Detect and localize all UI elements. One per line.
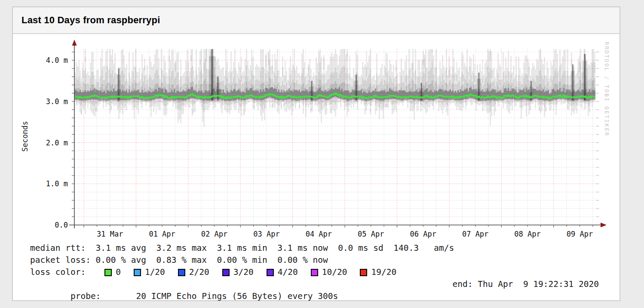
svg-text:4.0 m: 4.0 m	[46, 56, 68, 65]
loss-swatch	[311, 269, 318, 276]
svg-text:08 Apr: 08 Apr	[514, 230, 540, 238]
loss-swatch	[267, 269, 274, 276]
probe-line: probe: 20 ICMP Echo Pings (56 Bytes) eve…	[30, 278, 602, 290]
loss-swatch-label: 1/20	[145, 266, 165, 278]
svg-text:05 Apr: 05 Apr	[358, 230, 384, 238]
loss-legend-pair: 2/20	[178, 266, 209, 278]
loss-color-label: loss color:	[30, 266, 86, 278]
loss-swatch-label: 2/20	[189, 266, 209, 278]
loss-legend-pair: 3/20	[222, 266, 254, 278]
svg-text:09 Apr: 09 Apr	[567, 230, 593, 238]
svg-text:0.0: 0.0	[55, 221, 68, 229]
svg-text:2.0 m: 2.0 m	[46, 139, 68, 147]
svg-text:02 Apr: 02 Apr	[201, 230, 227, 238]
svg-text:06 Apr: 06 Apr	[410, 230, 436, 238]
svg-text:3.0 m: 3.0 m	[46, 97, 68, 106]
loss-color-row: loss color: 01/202/203/204/2010/2019/20	[30, 266, 602, 278]
end-timestamp: end: Thu Apr 9 19:22:31 2020	[453, 278, 599, 290]
probe-text: probe: 20 ICMP Echo Pings (56 Bytes) eve…	[71, 291, 338, 301]
loss-swatch-label: 10/20	[322, 266, 347, 278]
svg-text:Seconds: Seconds	[21, 121, 29, 152]
loss-swatch-label: 4/20	[278, 266, 298, 278]
stats-block: median rtt: 3.1 ms avg 3.2 ms max 3.1 ms…	[30, 242, 602, 290]
panel-header: Last 10 Days from raspberrypi	[13, 7, 619, 34]
svg-text:04 Apr: 04 Apr	[306, 230, 332, 238]
graph-panel: Last 10 Days from raspberrypi 4.0 m3.0 m…	[12, 6, 620, 301]
loss-swatch	[222, 269, 230, 276]
loss-legend-pair: 1/20	[134, 266, 165, 278]
loss-swatch	[134, 269, 141, 276]
packet-loss-line: packet loss: 0.00 % avg 0.83 % max 0.00 …	[30, 254, 602, 266]
loss-swatch	[104, 269, 112, 276]
page-title: Last 10 Days from raspberrypi	[21, 15, 160, 26]
loss-legend-pair: 10/20	[311, 266, 347, 278]
loss-swatch	[360, 269, 367, 276]
watermark-text: RRDTOOL / TOBI OETIKER	[604, 42, 610, 184]
loss-legend-pair: 0	[104, 266, 121, 278]
svg-text:07 Apr: 07 Apr	[462, 230, 488, 238]
chart-wrap: 4.0 m3.0 m2.0 m1.0 m0.031 Mar01 Apr02 Ap…	[13, 34, 621, 249]
svg-text:31 Mar: 31 Mar	[97, 230, 123, 238]
loss-legend-pair: 4/20	[267, 266, 298, 278]
loss-swatch	[178, 269, 185, 276]
loss-swatch-label: 0	[116, 266, 121, 278]
loss-swatch-label: 19/20	[371, 266, 396, 278]
svg-text:03 Apr: 03 Apr	[253, 230, 279, 238]
loss-legend-pair: 19/20	[360, 266, 396, 278]
loss-swatch-label: 3/20	[233, 266, 254, 278]
svg-text:01 Apr: 01 Apr	[149, 230, 175, 238]
median-rtt-line: median rtt: 3.1 ms avg 3.2 ms max 3.1 ms…	[30, 242, 602, 254]
loss-legend: 01/202/203/204/2010/2019/20	[86, 266, 396, 278]
latency-chart[interactable]: 4.0 m3.0 m2.0 m1.0 m0.031 Mar01 Apr02 Ap…	[13, 34, 621, 249]
svg-text:1.0 m: 1.0 m	[46, 179, 68, 188]
